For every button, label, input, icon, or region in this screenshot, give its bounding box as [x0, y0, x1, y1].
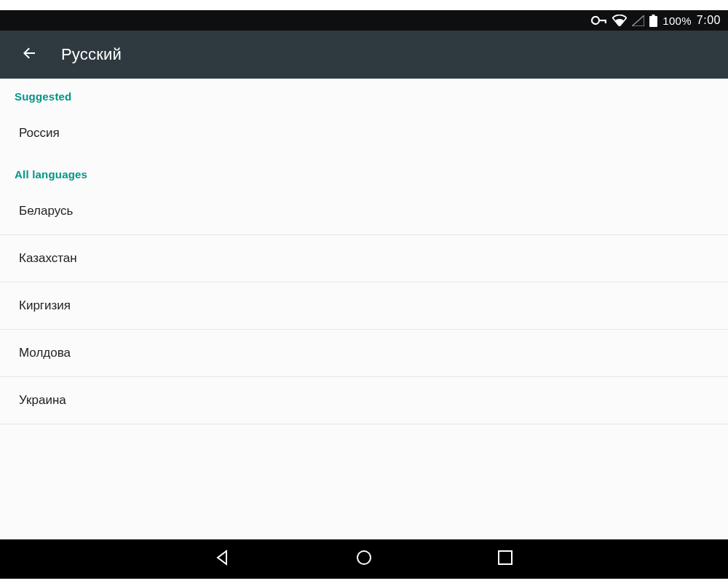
svg-point-5: [357, 551, 371, 564]
svg-rect-6: [499, 551, 512, 564]
cell-signal-icon: [632, 15, 644, 26]
status-clock: 7:00: [697, 14, 721, 27]
list-item[interactable]: Россия: [0, 110, 728, 157]
list-item[interactable]: Молдова: [0, 330, 728, 376]
svg-rect-4: [649, 16, 657, 27]
nav-back-icon: [214, 549, 232, 569]
bottom-gap: [0, 579, 728, 586]
top-gap: [0, 0, 728, 10]
app-bar: Русский: [0, 31, 728, 79]
list-item[interactable]: Казахстан: [0, 235, 728, 282]
section-header-suggested: Suggested: [0, 79, 728, 110]
nav-back-button[interactable]: [207, 543, 239, 575]
nav-home-button[interactable]: [348, 543, 380, 575]
battery-icon: [649, 15, 657, 27]
back-button[interactable]: [15, 40, 44, 69]
page-title: Русский: [61, 45, 122, 64]
arrow-back-icon: [20, 44, 38, 65]
status-bar: 100% 7:00: [0, 10, 728, 31]
svg-point-0: [592, 17, 599, 24]
list-item[interactable]: Беларусь: [0, 188, 728, 234]
navigation-bar: [0, 539, 728, 579]
svg-rect-3: [652, 15, 655, 16]
battery-percent: 100%: [662, 15, 692, 27]
nav-recent-icon: [497, 550, 513, 569]
content-area: Suggested Россия All languages Беларусь …: [0, 79, 728, 539]
nav-recent-button[interactable]: [489, 543, 521, 575]
section-header-all: All languages: [0, 157, 728, 188]
list-item[interactable]: Украина: [0, 377, 728, 424]
nav-home-icon: [355, 549, 373, 569]
divider: [0, 424, 728, 424]
vpn-key-icon: [591, 16, 607, 25]
list-item[interactable]: Киргизия: [0, 282, 728, 329]
wifi-icon: [612, 15, 627, 26]
svg-rect-2: [605, 20, 606, 23]
status-icons: 100% 7:00: [591, 14, 721, 27]
